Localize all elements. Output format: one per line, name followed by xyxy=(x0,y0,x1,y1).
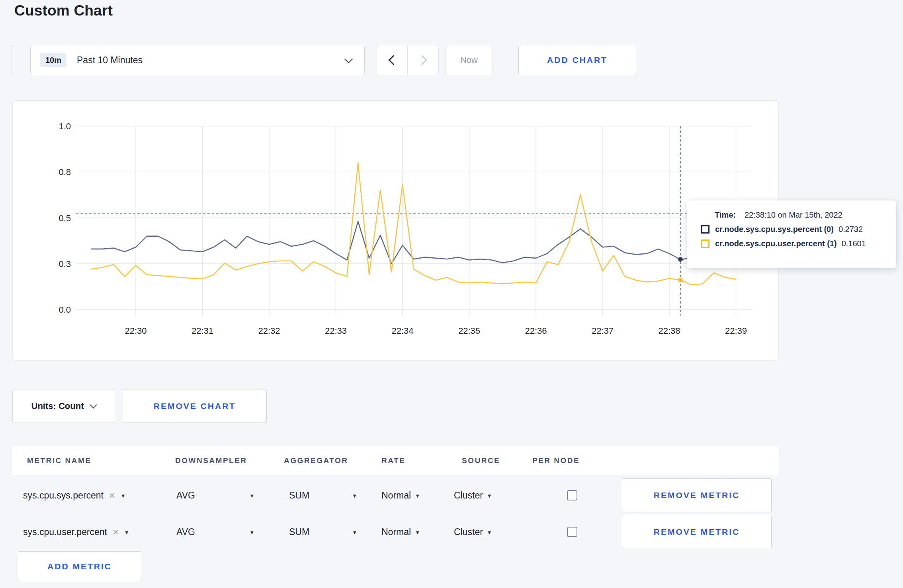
caret-down-icon: ▼ xyxy=(124,529,129,535)
time-range-badge: 10m xyxy=(40,53,66,67)
add-metric-button[interactable]: ADD METRIC xyxy=(18,551,141,581)
caret-down-icon: ▼ xyxy=(352,529,357,535)
svg-text:0.3: 0.3 xyxy=(59,259,71,269)
col-header-aggregator: AGGREGATOR xyxy=(284,456,348,465)
metric-row: sys.cpu.sys.percent ✕ ▼ AVG ▼ SUM ▼ Norm… xyxy=(12,478,779,512)
remove-chart-button[interactable]: REMOVE CHART xyxy=(123,389,267,423)
metric-name-select[interactable]: sys.cpu.user.percent ✕ ▼ xyxy=(23,527,129,537)
series-0-value: 0.2732 xyxy=(838,225,863,234)
source-select[interactable]: Cluster ▼ xyxy=(454,490,492,501)
svg-text:0.5: 0.5 xyxy=(59,213,71,223)
col-header-source: SOURCE xyxy=(462,456,500,465)
downsampler-select[interactable]: AVG ▼ xyxy=(176,490,254,501)
aggregator-select[interactable]: SUM ▼ xyxy=(289,527,357,537)
svg-text:22:31: 22:31 xyxy=(192,326,213,336)
svg-text:0.8: 0.8 xyxy=(59,167,71,177)
series-0-name: cr.node.sys.cpu.sys.percent (0) xyxy=(715,225,834,234)
series-1-value: 0.1601 xyxy=(842,239,866,248)
caret-down-icon: ▼ xyxy=(352,493,357,498)
aggregator-value: SUM xyxy=(289,490,309,501)
chevron-down-icon xyxy=(344,55,353,63)
aggregator-select[interactable]: SUM ▼ xyxy=(289,490,357,501)
source-value: Cluster xyxy=(454,527,483,537)
next-time-button[interactable] xyxy=(408,45,439,75)
svg-text:0.0: 0.0 xyxy=(59,305,71,315)
units-dropdown[interactable]: Units: Count xyxy=(12,389,115,423)
caret-down-icon: ▼ xyxy=(415,493,420,498)
units-label: Units: Count xyxy=(31,401,84,411)
rate-value: Normal xyxy=(381,527,411,537)
metric-name-select[interactable]: sys.cpu.sys.percent ✕ ▼ xyxy=(23,490,126,501)
tooltip-series-row: cr.node.sys.cpu.user.percent (1) 0.1601 xyxy=(701,239,896,248)
col-header-rate: RATE xyxy=(381,456,405,465)
downsampler-value: AVG xyxy=(176,527,195,537)
remove-metric-button[interactable]: REMOVE METRIC xyxy=(622,478,772,512)
now-button[interactable]: Now xyxy=(445,45,493,75)
svg-text:22:32: 22:32 xyxy=(258,326,280,336)
timeseries-chart[interactable]: 0.00.30.50.81.022:3022:3122:3222:3322:34… xyxy=(13,101,778,360)
toolbar-left-rule xyxy=(12,45,12,75)
time-range-label: Past 10 Minutes xyxy=(77,55,143,66)
source-value: Cluster xyxy=(454,490,483,501)
time-range-dropdown[interactable]: 10m Past 10 Minutes xyxy=(30,45,365,75)
per-node-checkbox[interactable] xyxy=(567,527,577,537)
svg-text:22:30: 22:30 xyxy=(125,326,147,336)
chevron-left-icon xyxy=(388,55,398,65)
caret-down-icon: ▼ xyxy=(249,493,254,498)
caret-down-icon: ▼ xyxy=(487,529,492,535)
col-header-per-node: PER NODE xyxy=(532,456,580,465)
chart-card: 0.00.30.50.81.022:3022:3122:3222:3322:34… xyxy=(12,100,779,360)
source-select[interactable]: Cluster ▼ xyxy=(454,527,492,537)
tooltip-series-row: cr.node.sys.cpu.sys.percent (0) 0.2732 xyxy=(701,225,896,234)
tooltip-time-row: Time: 22:38:10 on Mar 15th, 2022 xyxy=(701,210,896,220)
col-header-downsampler: DOWNSAMPLER xyxy=(175,456,247,465)
rate-select[interactable]: Normal ▼ xyxy=(381,490,420,501)
svg-text:22:38: 22:38 xyxy=(658,326,680,336)
caret-down-icon: ▼ xyxy=(487,493,492,498)
chevron-down-icon xyxy=(90,401,97,408)
caret-down-icon: ▼ xyxy=(121,493,126,498)
metric-row: sys.cpu.user.percent ✕ ▼ AVG ▼ SUM ▼ Nor… xyxy=(12,515,779,549)
chevron-right-icon xyxy=(417,55,427,65)
per-node-checkbox[interactable] xyxy=(567,490,577,500)
metric-name-value: sys.cpu.sys.percent xyxy=(23,490,104,501)
svg-text:1.0: 1.0 xyxy=(59,121,71,131)
chart-tooltip: Time: 22:38:10 on Mar 15th, 2022 cr.node… xyxy=(687,201,896,268)
series-0-swatch-icon xyxy=(701,225,710,234)
metrics-table-header: METRIC NAME DOWNSAMPLER AGGREGATOR RATE … xyxy=(12,446,779,475)
svg-text:22:39: 22:39 xyxy=(725,326,747,336)
tooltip-time-value: 22:38:10 on Mar 15th, 2022 xyxy=(745,210,842,220)
aggregator-value: SUM xyxy=(289,527,309,537)
page-title: Custom Chart xyxy=(14,2,113,19)
time-window-nav xyxy=(377,45,439,75)
caret-down-icon: ▼ xyxy=(249,529,254,535)
downsampler-value: AVG xyxy=(176,490,195,501)
prev-time-button[interactable] xyxy=(377,45,408,75)
caret-down-icon: ▼ xyxy=(415,529,420,535)
series-1-name: cr.node.sys.cpu.user.percent (1) xyxy=(715,239,837,248)
rate-select[interactable]: Normal ▼ xyxy=(381,527,420,537)
series-1-swatch-icon xyxy=(701,239,710,248)
svg-text:22:37: 22:37 xyxy=(592,326,614,336)
add-chart-button[interactable]: ADD CHART xyxy=(518,45,636,75)
col-header-metric-name: METRIC NAME xyxy=(27,456,92,465)
tooltip-time-label: Time: xyxy=(715,210,736,220)
svg-text:22:36: 22:36 xyxy=(525,326,547,336)
rate-value: Normal xyxy=(381,490,411,501)
clear-metric-icon[interactable]: ✕ xyxy=(109,491,115,499)
downsampler-select[interactable]: AVG ▼ xyxy=(176,527,254,537)
svg-text:22:35: 22:35 xyxy=(458,326,480,336)
metric-name-value: sys.cpu.user.percent xyxy=(23,527,107,537)
clear-metric-icon[interactable]: ✕ xyxy=(112,528,119,536)
remove-metric-button[interactable]: REMOVE METRIC xyxy=(622,515,772,549)
svg-text:22:34: 22:34 xyxy=(391,326,413,336)
svg-text:22:33: 22:33 xyxy=(325,326,347,336)
